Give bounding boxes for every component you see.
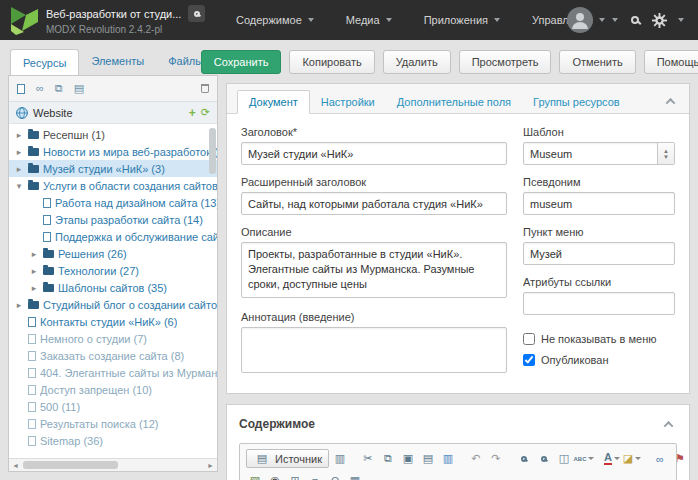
- select-all-icon[interactable]: [555, 450, 573, 467]
- copy-icon[interactable]: [379, 450, 397, 467]
- tree-item[interactable]: Sitemap (36): [9, 432, 217, 449]
- tree-item[interactable]: Поддержка и обслуживание сайт...: [9, 228, 217, 245]
- tree-item[interactable]: Немного о студии (7): [9, 330, 217, 347]
- longtitle-field[interactable]: [241, 192, 507, 215]
- expand-arrow-icon[interactable]: ▸: [14, 164, 24, 174]
- undo-icon[interactable]: [467, 450, 485, 467]
- tree-item[interactable]: ▸Студийный блог о создании сайтов: [9, 296, 217, 313]
- iframe-icon[interactable]: [346, 472, 364, 480]
- delete-button[interactable]: Удалить: [383, 50, 451, 74]
- description-field[interactable]: Проекты, разработанные в студии «НиК». Э…: [241, 242, 507, 298]
- paste-icon[interactable]: [399, 450, 417, 467]
- expand-arrow-icon[interactable]: ▸: [29, 249, 39, 259]
- text-color-icon[interactable]: [603, 450, 621, 467]
- tab-resources[interactable]: Ресурсы: [10, 49, 79, 76]
- create-resource-icon[interactable]: [17, 84, 25, 94]
- scroll-left-icon[interactable]: ◄: [9, 462, 22, 469]
- duplicate-icon[interactable]: ⧉: [55, 83, 63, 94]
- collapse-panel-icon[interactable]: [661, 93, 679, 111]
- settings-menu[interactable]: [652, 13, 684, 28]
- help-button[interactable]: Помощь!: [644, 50, 698, 74]
- tree-item[interactable]: Результаты поиска (12): [9, 415, 217, 432]
- horizontal-scrollbar[interactable]: ◄ ►: [9, 458, 217, 471]
- expand-arrow-icon[interactable]: ▸: [14, 300, 24, 310]
- paste-word-icon[interactable]: [439, 450, 457, 467]
- title-field[interactable]: [241, 142, 507, 165]
- paste-plain-icon[interactable]: [419, 450, 437, 467]
- cut-icon[interactable]: [359, 450, 377, 467]
- tab-document[interactable]: Документ: [237, 90, 310, 114]
- tab-settings[interactable]: Настройки: [310, 91, 386, 113]
- redo-icon[interactable]: [487, 450, 505, 467]
- horizontal-rule-icon[interactable]: [306, 472, 324, 480]
- tree-item-selected[interactable]: ▸Музей студии «НиК» (3): [9, 160, 217, 177]
- modx-logo[interactable]: [8, 4, 40, 36]
- longtitle-label: Расширенный заголовок: [241, 176, 507, 188]
- tree-item[interactable]: ▸Новости из мира веб-разработок (2: [9, 143, 217, 160]
- tree-item[interactable]: Работа над дизайном сайта (13): [9, 194, 217, 211]
- tree-item[interactable]: Заказать создание сайта (8): [9, 347, 217, 364]
- expand-arrow-icon[interactable]: ▸: [29, 266, 39, 276]
- duplicate-button[interactable]: Копировать: [289, 50, 374, 74]
- menu-extras[interactable]: Приложения: [408, 0, 516, 40]
- global-search-icon[interactable]: [631, 16, 639, 24]
- template-select[interactable]: Museum ▲▼: [523, 142, 675, 165]
- hidemenu-checkbox[interactable]: [523, 333, 535, 345]
- create-weblink-icon[interactable]: ∞: [36, 83, 44, 94]
- expand-arrow-icon[interactable]: ▸: [14, 147, 24, 157]
- tab-template-variables[interactable]: Дополнительные поля: [386, 91, 522, 113]
- refresh-icon[interactable]: ⟳: [201, 106, 210, 119]
- media-icon[interactable]: [266, 472, 284, 480]
- spinner-icons[interactable]: ▲▼: [657, 143, 674, 164]
- introtext-field[interactable]: [241, 327, 507, 373]
- collapse-section-icon[interactable]: [659, 415, 677, 433]
- menutitle-field[interactable]: [523, 242, 675, 265]
- add-resource-icon[interactable]: +: [189, 106, 196, 120]
- tree-item[interactable]: ▸Решения (26): [9, 245, 217, 262]
- published-checkbox[interactable]: [523, 354, 535, 366]
- cancel-button[interactable]: Отменить: [559, 50, 635, 74]
- table-icon[interactable]: [286, 472, 304, 480]
- menu-media[interactable]: Медиа: [330, 0, 408, 40]
- link-attributes-field[interactable]: [523, 292, 675, 315]
- chevron-down-icon[interactable]: [612, 18, 618, 22]
- site-title[interactable]: Веб-разработки от студи...: [46, 8, 181, 20]
- static-resource-icon[interactable]: ▤: [74, 83, 84, 94]
- alias-field[interactable]: [523, 192, 675, 215]
- tree-item[interactable]: 404. Элегантные сайты из Мурманс: [9, 364, 217, 381]
- image-icon[interactable]: [246, 472, 264, 480]
- special-char-icon[interactable]: [326, 472, 344, 480]
- avatar[interactable]: [567, 7, 593, 33]
- link-icon[interactable]: [651, 450, 669, 467]
- tree-item[interactable]: ▸Ресепшн (1): [9, 126, 217, 143]
- site-search-button[interactable]: [188, 5, 205, 22]
- highlight-color-icon[interactable]: [623, 450, 641, 467]
- tree-item[interactable]: ▸Шаблоны сайтов (35): [9, 279, 217, 296]
- scrollbar-thumb[interactable]: [23, 461, 118, 469]
- collapse-arrow-icon[interactable]: ▾: [14, 181, 24, 191]
- source-button[interactable]: Источник: [246, 449, 329, 468]
- expand-arrow-icon[interactable]: ▸: [14, 130, 24, 140]
- save-icon[interactable]: [331, 450, 349, 467]
- tree-root-row[interactable]: Website + ⟳: [9, 102, 217, 124]
- vertical-scrollbar[interactable]: [209, 128, 216, 174]
- expand-arrow-icon[interactable]: ▸: [29, 283, 39, 293]
- scroll-right-icon[interactable]: ►: [204, 462, 217, 469]
- tree-item[interactable]: Этапы разработки сайта (14): [9, 211, 217, 228]
- tree-item[interactable]: ▾Услуги в области создания сайтов (4: [9, 177, 217, 194]
- save-button[interactable]: Сохранить: [201, 50, 282, 74]
- tree-item[interactable]: Доступ запрещен (10): [9, 381, 217, 398]
- trash-icon[interactable]: [201, 84, 209, 93]
- tab-resource-groups[interactable]: Группы ресурсов: [522, 91, 631, 113]
- tree-item[interactable]: Контакты студии «НиК» (6): [9, 313, 217, 330]
- find-icon[interactable]: [515, 450, 533, 467]
- menu-content[interactable]: Содержимое: [220, 0, 330, 40]
- flag-icon[interactable]: [671, 450, 689, 467]
- tree-item[interactable]: 500 (11): [9, 398, 217, 415]
- tab-elements[interactable]: Элементы: [79, 48, 156, 75]
- tree-item[interactable]: ▸Технологии (27): [9, 262, 217, 279]
- folder-icon: [28, 182, 39, 190]
- spellcheck-icon[interactable]: [575, 450, 593, 467]
- view-button[interactable]: Просмотреть: [459, 50, 552, 74]
- replace-icon[interactable]: [535, 450, 553, 467]
